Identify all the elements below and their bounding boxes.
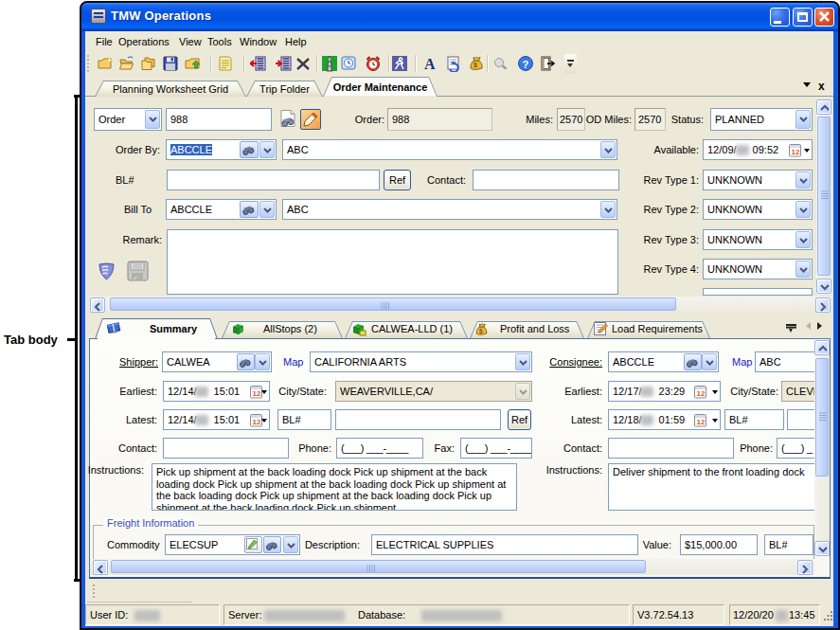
svg-text:12: 12 [697, 418, 706, 426]
svg-text:A: A [424, 56, 436, 72]
svg-text:?: ? [523, 59, 529, 70]
svg-text:$: $ [474, 62, 477, 69]
svg-text:$: $ [479, 328, 483, 335]
svg-text:12: 12 [697, 389, 706, 398]
svg-text:12: 12 [792, 148, 800, 156]
svg-text:12: 12 [253, 389, 261, 398]
svg-text:12: 12 [253, 418, 261, 426]
